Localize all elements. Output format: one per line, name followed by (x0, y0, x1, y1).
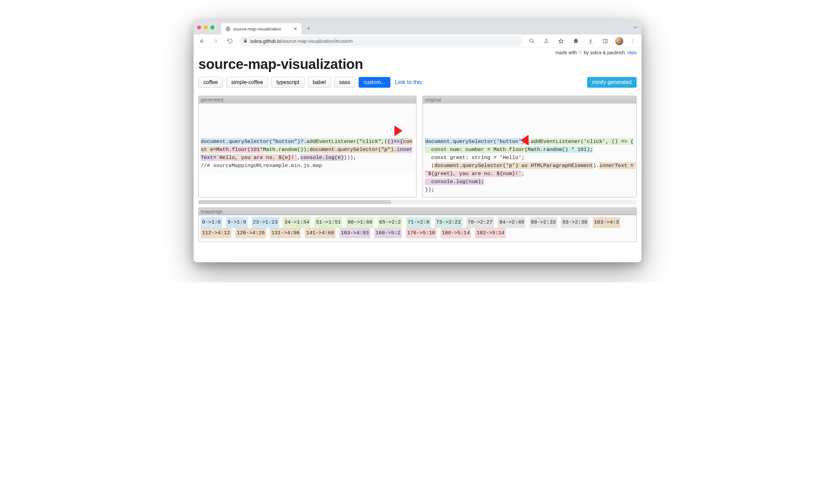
mapping-item[interactable]: 93->2:38 (561, 217, 588, 227)
close-tab-icon[interactable]: ✕ (293, 26, 298, 32)
forward-button[interactable] (211, 37, 221, 46)
example-coffee-button[interactable]: coffee (198, 77, 223, 88)
share-icon[interactable] (542, 37, 551, 46)
example-babel-button[interactable]: babel (308, 77, 331, 88)
downloads-icon[interactable] (586, 37, 595, 46)
attribution-prefix: made with (555, 50, 578, 55)
heart-icon: ♡ (578, 50, 583, 55)
code-segment[interactable]: ()=>{ (387, 138, 403, 145)
mapping-item[interactable]: 23->1:23 (251, 217, 279, 227)
code-segment[interactable]: `Hello, you are no. ${e}!` (217, 154, 298, 161)
toolbar-right: ⋮ (527, 37, 638, 46)
globe-icon (225, 26, 230, 32)
generated-code[interactable]: document.querySelector("button")?.addEve… (199, 103, 416, 173)
page-title: source-map-visualization (198, 56, 637, 72)
mappings-pane: mappings 0->1:09->1:923->1:2334->1:3451-… (198, 207, 637, 242)
mapping-item[interactable]: 65->2:2 (378, 217, 402, 227)
original-code[interactable]: document.querySelector('button')?.addEve… (423, 103, 636, 197)
mappings-header: mappings (199, 208, 636, 215)
url-text: sokra.github.io/source-map-visualization… (250, 39, 353, 44)
menu-icon[interactable]: ⋮ (629, 37, 638, 46)
code-segment[interactable]: document.querySelector("button")?. (201, 138, 306, 145)
browser-tab[interactable]: source-map-visualization ✕ (221, 23, 301, 35)
code-panes: generated document.querySelector("button… (198, 96, 637, 198)
mapping-item[interactable]: 34->1:34 (283, 217, 310, 227)
code-segment[interactable]: }); (425, 186, 434, 193)
mapping-item[interactable]: 9->1:9 (226, 217, 248, 227)
profile-avatar[interactable] (615, 37, 623, 45)
svg-rect-2 (603, 39, 607, 43)
tabstrip-overflow[interactable] (633, 25, 638, 30)
example-typescript-button[interactable]: typescript (271, 77, 304, 88)
mapping-item[interactable]: 112->4:12 (201, 228, 231, 238)
mapping-item[interactable]: 180->5:14 (441, 228, 471, 238)
code-segment[interactable]: Math.random()); (263, 146, 310, 153)
scrollbar-thumb[interactable] (198, 200, 391, 204)
mapping-item[interactable]: 71->2:8 (406, 217, 430, 227)
mapping-item[interactable]: 141->4:68 (305, 228, 335, 238)
link-to-this[interactable]: Link to this (395, 79, 422, 86)
original-pane: original document.querySelector('button'… (423, 96, 637, 198)
code-segment[interactable]: document.querySelector("p"). (310, 146, 397, 153)
code-segment[interactable]: addEventListener('click', () => { (531, 138, 634, 145)
reload-button[interactable] (225, 37, 235, 46)
original-header: original (423, 96, 636, 103)
mapping-item[interactable]: 51->1:51 (314, 217, 342, 227)
back-button[interactable] (197, 37, 206, 46)
code-segment[interactable]: Math.floor(101* (217, 146, 263, 153)
browser-window: source-map-visualization ✕ sokra.github.… (194, 20, 641, 262)
code-segment[interactable]: ( (425, 162, 434, 169)
code-segment[interactable]: Math.random() * 101); (528, 146, 593, 153)
code-segment[interactable]: `${greet}, you are no. ${num}!` (425, 170, 521, 177)
code-segment[interactable]: ; (522, 170, 525, 177)
minimize-window-icon[interactable] (204, 25, 208, 29)
code-segment[interactable]: const num: number = Math.floor( (425, 146, 528, 153)
code-segment[interactable]: addEventListener("click",( (306, 138, 387, 145)
minify-generated-button[interactable]: minify generated (587, 77, 637, 88)
side-panel-icon[interactable] (600, 37, 610, 46)
mapping-item[interactable]: 0->1:0 (201, 217, 222, 227)
mapping-item[interactable]: 168->5:2 (374, 228, 402, 238)
example-simple-coffee-button[interactable]: simple-coffee (226, 77, 268, 88)
mapping-item[interactable]: 78->2:27 (466, 217, 494, 227)
example-custom-button[interactable]: custom... (359, 77, 390, 88)
mapping-item[interactable]: 131->4:56 (270, 228, 301, 238)
code-segment[interactable]: ). (593, 162, 599, 169)
code-segment[interactable]: console.log(e) (300, 154, 344, 161)
mapping-item[interactable]: 73->2:22 (435, 217, 462, 227)
mapping-item[interactable]: 84->2:49 (498, 217, 525, 227)
horizontal-scrollbar[interactable] (198, 200, 637, 204)
code-segment[interactable]: innerText = (599, 162, 637, 169)
mapping-item[interactable]: 60->1:60 (346, 217, 374, 227)
svg-point-1 (530, 39, 533, 42)
mappings-list[interactable]: 0->1:09->1:923->1:2334->1:3451->1:5160->… (199, 215, 636, 242)
repo-link[interactable]: repo (627, 50, 637, 55)
mapping-item[interactable]: 88->2:33 (530, 217, 557, 227)
mapping-item[interactable]: 126->4:26 (236, 228, 266, 238)
address-bar[interactable]: sokra.github.io/source-map-visualization… (239, 36, 522, 46)
extensions-icon[interactable] (571, 37, 581, 46)
generated-pane: generated document.querySelector("button… (198, 96, 416, 198)
search-icon[interactable] (527, 37, 536, 46)
code-segment[interactable]: document.querySelector('p') as HTMLParag… (434, 162, 593, 169)
mapping-item[interactable]: 182->5:14 (475, 228, 506, 238)
tab-strip: source-map-visualization ✕ (194, 20, 641, 35)
browser-toolbar: sokra.github.io/source-map-visualization… (194, 35, 641, 48)
close-window-icon[interactable] (197, 25, 201, 29)
page-content: made with ♡ by sokra & paulirish. repo s… (194, 48, 641, 262)
example-sass-button[interactable]: sass (334, 77, 355, 88)
fullscreen-window-icon[interactable] (210, 25, 215, 29)
code-segment[interactable]: const greet: string = 'Hello'; (425, 154, 525, 161)
code-segment[interactable]: console.log(num); (425, 178, 484, 185)
code-segment[interactable]: , (297, 154, 300, 161)
mapping-item[interactable]: 103->4:3 (593, 217, 620, 227)
sourcemap-comment: //# sourceMappingURL=example.min.js.map (201, 162, 414, 170)
new-tab-button[interactable] (304, 24, 313, 33)
code-segment[interactable]: })); (344, 154, 356, 161)
attribution: made with ♡ by sokra & paulirish. repo (198, 50, 637, 56)
generated-header: generated (199, 96, 416, 103)
mapping-item[interactable]: 163->4:93 (340, 228, 370, 238)
mapping-item[interactable]: 176->5:10 (406, 228, 436, 238)
code-segment[interactable]: document.querySelector('button')?. (425, 138, 531, 145)
star-icon[interactable] (556, 37, 566, 46)
